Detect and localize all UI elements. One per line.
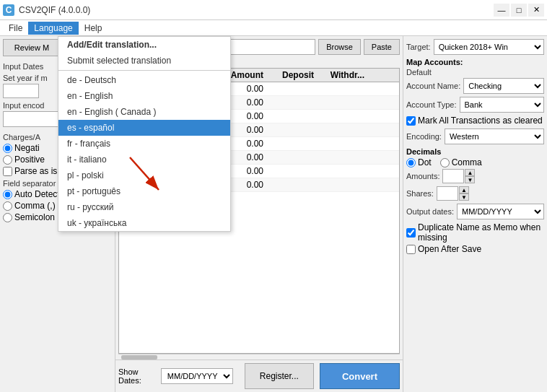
title-controls: — □ ✕: [494, 4, 544, 17]
amounts-spinbox: 2 ▲ ▼: [442, 169, 475, 183]
comma-radio[interactable]: [3, 201, 12, 211]
title-text: CSV2QIF (4.0.0.0): [19, 5, 494, 15]
browse-button[interactable]: Browse: [318, 39, 361, 55]
dot-radio-item: Dot: [406, 157, 432, 167]
app-icon: C: [3, 4, 14, 16]
account-name-select[interactable]: Checking: [463, 78, 544, 94]
title-bar: C CSV2QIF (4.0.0.0) — □ ✕: [0, 0, 547, 20]
encoding-row: Encoding: Western: [406, 129, 544, 144]
shares-input[interactable]: 6: [437, 186, 458, 201]
dropdown-add-edit[interactable]: Add/Edit translation...: [58, 37, 230, 53]
target-select[interactable]: Quicken 2018+ Win: [434, 39, 544, 55]
comma-decimal-label: Comma: [452, 157, 482, 167]
comma-decimal-radio[interactable]: [440, 158, 450, 167]
maximize-button[interactable]: □: [511, 4, 527, 17]
dropdown-en[interactable]: en - English: [58, 88, 230, 104]
positive-label: Positive: [14, 154, 45, 165]
shares-label: Shares:: [406, 189, 434, 198]
account-type-row: Account Type: Bank: [406, 97, 544, 113]
parse-as-is-checkbox[interactable]: [3, 167, 12, 176]
show-dates-label: Show Dates:: [118, 367, 155, 385]
right-panel: Target: Quicken 2018+ Win Map Accounts: …: [403, 36, 547, 392]
default-label: Default: [406, 68, 544, 77]
output-dates-select[interactable]: MM/DD/YYYY: [457, 204, 544, 219]
target-label: Target:: [406, 43, 431, 51]
shares-spin-buttons: ▲ ▼: [459, 186, 469, 201]
parse-as-is-label: Parse as is: [14, 166, 57, 176]
output-dates-row: Output dates: MM/DD/YYYY: [406, 204, 544, 219]
review-button[interactable]: Review M: [3, 39, 61, 56]
open-after-save-row: Open After Save: [406, 244, 544, 254]
amounts-row: Amounts: 2 ▲ ▼: [406, 169, 544, 183]
open-after-save-label: Open After Save: [418, 244, 481, 254]
dropdown-ru[interactable]: ru - русский: [58, 199, 230, 215]
menu-bar: File Language Help: [0, 20, 547, 36]
shares-spin-up[interactable]: ▲: [459, 186, 469, 193]
language-dropdown: Add/Edit translation... Submit selected …: [58, 36, 231, 232]
target-row: Target: Quicken 2018+ Win: [406, 39, 544, 55]
positive-radio[interactable]: [3, 155, 12, 165]
amounts-input[interactable]: 2: [442, 169, 464, 183]
col-header-withdraw: Withdr...: [317, 70, 367, 80]
account-name-row: Account Name: Checking: [406, 78, 544, 94]
duplicate-name-checkbox[interactable]: [406, 228, 416, 238]
dot-radio[interactable]: [406, 158, 416, 167]
duplicate-name-row: Duplicate Name as Memo when missing: [406, 222, 544, 243]
duplicate-name-label: Duplicate Name as Memo when missing: [418, 222, 544, 243]
decimal-radio-row: Dot Comma: [406, 157, 544, 167]
bottom-bar: Show Dates: MM/DD/YYYY Register... Conve…: [115, 360, 403, 392]
menu-file[interactable]: File: [3, 22, 28, 35]
amounts-spin-down[interactable]: ▼: [465, 176, 475, 183]
arrow-indicator: [123, 154, 166, 197]
account-name-label: Account Name:: [406, 82, 460, 90]
dot-label: Dot: [418, 157, 432, 167]
menu-language[interactable]: Language: [28, 22, 78, 35]
paste-button[interactable]: Paste: [364, 39, 400, 55]
shares-row: Shares: 6 ▲ ▼: [406, 186, 544, 201]
date-format-select[interactable]: MM/DD/YYYY: [161, 368, 233, 384]
dropdown-es[interactable]: es - español: [58, 120, 230, 136]
encoding-select[interactable]: Western: [445, 129, 544, 144]
map-accounts-title: Map Accounts:: [406, 58, 544, 66]
decimals-title: Decimals: [406, 147, 544, 156]
shares-spinbox: 6 ▲ ▼: [437, 186, 469, 201]
convert-button[interactable]: Convert: [320, 363, 400, 389]
year-input[interactable]: 2019: [3, 84, 39, 98]
amounts-spin-buttons: ▲ ▼: [465, 169, 475, 183]
dropdown-uk[interactable]: uk - українська: [58, 215, 230, 231]
close-button[interactable]: ✕: [528, 4, 544, 17]
encoding-label: Encoding:: [406, 132, 442, 141]
account-type-select[interactable]: Bank: [460, 97, 544, 113]
auto-detect-radio[interactable]: [3, 190, 12, 199]
dropdown-submit[interactable]: Submit selected translation: [58, 53, 230, 69]
comma-separator-label: Comma (,): [14, 201, 56, 211]
auto-detect-label: Auto Detect: [14, 189, 60, 199]
dropdown-fr[interactable]: fr - français: [58, 136, 230, 152]
shares-spin-down[interactable]: ▼: [459, 193, 469, 201]
register-button[interactable]: Register...: [245, 363, 314, 389]
horizontal-scrollbar[interactable]: [118, 354, 400, 360]
negative-label: Negati: [14, 143, 40, 153]
dropdown-de[interactable]: de - Deutsch: [58, 72, 230, 88]
dropdown-divider: [58, 70, 230, 71]
open-after-save-checkbox[interactable]: [406, 245, 416, 254]
output-dates-label: Output dates:: [406, 207, 454, 216]
semicolon-radio[interactable]: [3, 213, 12, 222]
menu-help[interactable]: Help: [79, 22, 108, 35]
mark-all-label: Mark All Transactions as cleared: [418, 116, 543, 126]
account-type-label: Account Type:: [406, 100, 457, 109]
amounts-spin-up[interactable]: ▲: [465, 169, 475, 176]
amounts-label: Amounts:: [406, 172, 439, 180]
svg-line-1: [130, 157, 159, 190]
minimize-button[interactable]: —: [494, 4, 509, 17]
mark-all-row: Mark All Transactions as cleared: [406, 116, 544, 126]
mark-all-checkbox[interactable]: [406, 116, 416, 126]
dropdown-en-ca[interactable]: en - English ( Canada ): [58, 104, 230, 120]
col-header-deposit: Deposit: [266, 70, 317, 80]
negative-radio[interactable]: [3, 144, 12, 153]
comma-radio-item: Comma: [440, 157, 482, 167]
